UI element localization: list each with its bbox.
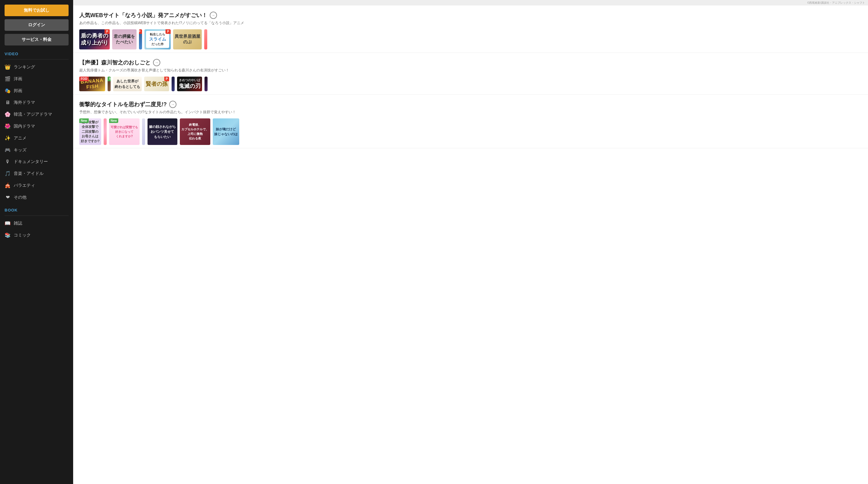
service-button[interactable]: サービス・料金: [5, 34, 69, 46]
main-content: ©西尾維新/講談社・アニプレックス・シャフト 人気WEBサイト「なろう小説」発ア…: [73, 0, 868, 484]
sidebar-item-domestic-drama[interactable]: 🌺 国内ドラマ: [0, 120, 73, 132]
sidebar-item-label: 海外ドラマ: [14, 100, 35, 105]
sidebar-item-label: ランキング: [14, 64, 35, 70]
section-arrow[interactable]: →: [210, 11, 217, 19]
new-badge: New: [79, 118, 89, 123]
thumb-kenja-no-mago[interactable]: 賢者の孫 P: [144, 77, 169, 91]
sidebar-item-label: 雑誌: [14, 221, 22, 226]
documentary-icon: 🎙: [5, 159, 11, 165]
morikawa-section: 【声優】森川智之のおしごと → 超人気俳優トム・クルーズの専属吹き替え声優として…: [73, 53, 868, 94]
thumb-kimi-no-suizo[interactable]: 君の膵臓をたべたい: [112, 29, 136, 50]
sidebar-divider-book: [5, 216, 69, 216]
video-section-label: VIDEO: [0, 47, 73, 58]
domestic-drama-icon: 🌺: [5, 123, 11, 129]
sidebar-item-label: バラエティ: [14, 183, 35, 188]
sidebar-nav-video: 👑 ランキング 🎬 洋画 🎭 邦画 🖥 海外ドラマ 🌸 韓流・アジアドラマ 🌺 …: [0, 61, 73, 203]
premium-badge: P: [164, 77, 169, 81]
sidebar-item-label: 音楽・アイドル: [14, 171, 43, 176]
section-title-row: 【声優】森川智之のおしごと →: [79, 59, 862, 66]
sidebar-item-label: コミック: [14, 232, 31, 238]
sidebar-item-label: ドキュメンタリー: [14, 159, 48, 165]
sidebar-item-music[interactable]: 🎵 音楽・アイドル: [0, 168, 73, 179]
kids-icon: 🎮: [5, 147, 11, 153]
shocking-section: 衝撃的なタイトルを思わず二度見!? → 予想外、想像できない、それでいいの!?な…: [73, 94, 868, 148]
sidebar-item-kids[interactable]: 🎮 キッズ: [0, 144, 73, 156]
thumb-kawaikereha[interactable]: 可愛ければ変態でも好きになってくれますか? New: [109, 118, 140, 145]
thumbnails-row: 通常攻撃が全体攻撃で二回攻撃のお母さんは好きですか? New 可愛ければ変態でも…: [79, 118, 862, 145]
fod-badge: FOD: [79, 77, 89, 81]
narou-section: 人気WEBサイト「なろう小説」発アニメがすごい！ → あの作品も、この作品も、小…: [73, 5, 868, 53]
sidebar-item-magazine[interactable]: 📖 雑誌: [0, 217, 73, 229]
trial-button[interactable]: 無料でお試し: [5, 5, 69, 16]
sidebar-item-label: キッズ: [14, 147, 27, 153]
foreign-drama-icon: 🖥: [5, 100, 11, 105]
sidebar: 無料でお試し ログイン サービス・料金 VIDEO 👑 ランキング 🎬 洋画 🎭…: [0, 0, 73, 484]
thumb-imouto[interactable]: 妹が俺だけど妹じゃないのは: [213, 118, 239, 145]
thumb-capsule-hotel[interactable]: 終電後、カプセルホテルで、上司に微熱伝わる夜: [180, 118, 210, 145]
new-badge: New: [107, 77, 111, 81]
thumb-fantasy-group[interactable]: [172, 77, 175, 91]
magazine-icon: 📖: [5, 220, 11, 226]
thumb-kimetsu[interactable]: きめつのやいば 鬼滅の刃: [177, 77, 202, 91]
premium-badge: P: [165, 29, 171, 34]
thumb-banana-fish[interactable]: BANANAFISH FOD: [79, 77, 105, 91]
thumb-new1[interactable]: New: [107, 77, 111, 91]
thumb-ashita[interactable]: あした世界が終わるとしても: [113, 77, 142, 91]
thumbnails-row: 盾の勇者の成り上がり P 君の膵臓をたべたい P: [79, 29, 862, 50]
sidebar-item-variety[interactable]: 🎪 バラエティ: [0, 179, 73, 191]
sidebar-item-label: アニメ: [14, 136, 27, 141]
section-title: 【声優】森川智之のおしごと: [79, 59, 151, 66]
sidebar-item-western[interactable]: 🎬 洋画: [0, 73, 73, 85]
sidebar-item-label: 韓流・アジアドラマ: [14, 112, 52, 117]
premium-badge: P: [139, 29, 142, 34]
sidebar-item-documentary[interactable]: 🎙 ドキュメンタリー: [0, 156, 73, 168]
section-title-row: 衝撃的なタイトルを思わず二度見!? →: [79, 101, 862, 108]
sidebar-item-asian-drama[interactable]: 🌸 韓流・アジアドラマ: [0, 108, 73, 120]
section-subtitle: 超人気俳優トム・クルーズの専属吹き替え声優として知られる森川さんの名演技がすごい…: [79, 68, 862, 73]
thumb-colorful-group[interactable]: [205, 77, 208, 91]
top-banner: ©西尾維新/講談社・アニプレックス・シャフト: [73, 0, 868, 5]
section-title: 衝撃的なタイトルを思わず二度見!?: [79, 101, 167, 108]
music-icon: 🎵: [5, 171, 11, 176]
sidebar-item-label: 国内ドラマ: [14, 123, 35, 129]
new-badge: New: [109, 118, 119, 123]
sidebar-nav-book: 📖 雑誌 📚 コミック: [0, 217, 73, 241]
sidebar-item-other[interactable]: ❤ その他: [0, 191, 73, 203]
thumb-yome-no-kao[interactable]: 嫁の顔されながらおパンツ見せてもらいたい: [148, 118, 177, 145]
manga-icon: 📚: [5, 232, 11, 238]
sidebar-item-japanese[interactable]: 🎭 邦画: [0, 85, 73, 97]
thumb-extra1[interactable]: [204, 29, 207, 50]
western-icon: 🎬: [5, 76, 11, 82]
sidebar-item-foreign-drama[interactable]: 🖥 海外ドラマ: [0, 97, 73, 108]
sidebar-item-anime[interactable]: ✨ アニメ: [0, 132, 73, 144]
sidebar-item-ranking[interactable]: 👑 ランキング: [0, 61, 73, 73]
other-icon: ❤: [5, 194, 11, 200]
banner-copyright: ©西尾維新/講談社・アニプレックス・シャフト: [807, 1, 865, 5]
sidebar-item-label: その他: [14, 195, 27, 200]
thumb-izakaya[interactable]: 異世界居酒屋のぶ: [173, 29, 202, 50]
thumb-tate-no-yusha[interactable]: 盾の勇者の成り上がり P: [79, 29, 110, 50]
thumbnails-row: BANANAFISH FOD New あした世界が終わるとしても 賢者の孫: [79, 77, 862, 91]
login-button[interactable]: ログイン: [5, 19, 69, 31]
premium-badge: P: [104, 29, 110, 34]
sidebar-item-label: 邦画: [14, 88, 22, 94]
japanese-icon: 🎭: [5, 88, 11, 94]
asian-drama-icon: 🌸: [5, 111, 11, 117]
section-subtitle: 予想外、想像できない、それでいいの!?なタイトルの作品たち。インパクト抜群で覚え…: [79, 110, 862, 115]
variety-icon: 🎪: [5, 182, 11, 188]
section-title-row: 人気WEBサイト「なろう小説」発アニメがすごい！ →: [79, 11, 862, 19]
ranking-icon: 👑: [5, 64, 11, 70]
anime-icon: ✨: [5, 135, 11, 141]
thumb-slime[interactable]: 転生したら スライム だった件 P: [145, 29, 171, 50]
thumb-group2[interactable]: [142, 118, 145, 145]
section-title: 人気WEBサイト「なろう小説」発アニメがすごい！: [79, 11, 207, 19]
section-subtitle: あの作品も、この作品も、小説投稿WEBサイトで発表された!?ノリにのってる「なろ…: [79, 21, 862, 26]
section-arrow[interactable]: →: [169, 101, 177, 108]
book-section-label: BOOK: [0, 203, 73, 214]
thumb-tsujo-kogeki[interactable]: 通常攻撃が全体攻撃で二回攻撃のお母さんは好きですか? New: [79, 118, 101, 145]
thumb-pink-anime[interactable]: [104, 118, 107, 145]
sidebar-item-manga[interactable]: 📚 コミック: [0, 229, 73, 241]
thumb-group1[interactable]: P: [139, 29, 142, 50]
section-arrow[interactable]: →: [153, 59, 160, 66]
sidebar-item-label: 洋画: [14, 76, 22, 82]
